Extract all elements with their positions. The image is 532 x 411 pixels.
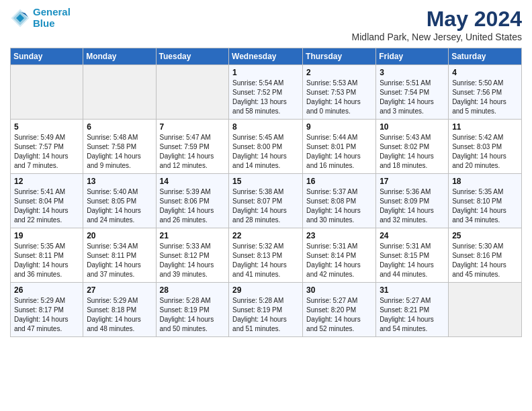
calendar-cell: 19Sunrise: 5:35 AM Sunset: 8:11 PM Dayli… <box>11 228 83 283</box>
day-info: Sunrise: 5:32 AM Sunset: 8:13 PM Dayligh… <box>232 242 299 279</box>
calendar-cell: 9Sunrise: 5:44 AM Sunset: 8:01 PM Daylig… <box>303 120 376 174</box>
day-info: Sunrise: 5:33 AM Sunset: 8:12 PM Dayligh… <box>160 242 226 279</box>
logo-icon <box>10 8 30 28</box>
day-number: 9 <box>306 122 372 132</box>
calendar-cell: 30Sunrise: 5:27 AM Sunset: 8:20 PM Dayli… <box>303 283 376 337</box>
day-info: Sunrise: 5:28 AM Sunset: 8:19 PM Dayligh… <box>160 296 226 334</box>
day-number: 10 <box>380 122 445 132</box>
calendar-cell: 12Sunrise: 5:41 AM Sunset: 8:04 PM Dayli… <box>11 174 83 228</box>
day-number: 3 <box>380 68 445 77</box>
day-number: 19 <box>14 231 79 240</box>
calendar-cell: 15Sunrise: 5:38 AM Sunset: 8:07 PM Dayli… <box>229 174 303 228</box>
day-number: 26 <box>14 285 79 295</box>
day-info: Sunrise: 5:38 AM Sunset: 8:07 PM Dayligh… <box>232 187 299 225</box>
day-number: 25 <box>452 231 518 240</box>
calendar-week-4: 19Sunrise: 5:35 AM Sunset: 8:11 PM Dayli… <box>11 228 522 283</box>
logo-general: General <box>33 6 71 17</box>
day-number: 18 <box>452 177 518 186</box>
day-info: Sunrise: 5:30 AM Sunset: 8:16 PM Dayligh… <box>452 242 518 279</box>
day-info: Sunrise: 5:43 AM Sunset: 8:02 PM Dayligh… <box>380 133 445 171</box>
day-number: 21 <box>160 231 226 240</box>
page: General Blue May 2024 Midland Park, New … <box>0 0 532 344</box>
logo-blue: Blue <box>33 17 55 29</box>
calendar-week-3: 12Sunrise: 5:41 AM Sunset: 8:04 PM Dayli… <box>11 174 522 228</box>
day-number: 29 <box>232 285 299 295</box>
calendar-cell: 4Sunrise: 5:50 AM Sunset: 7:56 PM Daylig… <box>449 65 522 120</box>
calendar-week-5: 26Sunrise: 5:29 AM Sunset: 8:17 PM Dayli… <box>11 283 522 337</box>
calendar-cell <box>83 65 156 120</box>
day-info: Sunrise: 5:36 AM Sunset: 8:09 PM Dayligh… <box>380 187 445 225</box>
calendar-cell <box>156 65 229 120</box>
day-number: 27 <box>87 285 152 295</box>
calendar-cell: 27Sunrise: 5:29 AM Sunset: 8:18 PM Dayli… <box>83 283 156 337</box>
calendar-week-1: 1Sunrise: 5:54 AM Sunset: 7:52 PM Daylig… <box>11 65 522 120</box>
day-info: Sunrise: 5:49 AM Sunset: 7:57 PM Dayligh… <box>14 133 79 171</box>
calendar-cell: 10Sunrise: 5:43 AM Sunset: 8:02 PM Dayli… <box>376 120 449 174</box>
day-number: 16 <box>306 177 372 186</box>
day-info: Sunrise: 5:29 AM Sunset: 8:17 PM Dayligh… <box>14 296 79 334</box>
calendar-cell: 11Sunrise: 5:42 AM Sunset: 8:03 PM Dayli… <box>449 120 522 174</box>
day-number: 30 <box>306 285 372 295</box>
day-number: 4 <box>452 68 518 77</box>
day-info: Sunrise: 5:51 AM Sunset: 7:54 PM Dayligh… <box>380 79 445 116</box>
calendar-cell: 7Sunrise: 5:47 AM Sunset: 7:59 PM Daylig… <box>156 120 229 174</box>
calendar-cell <box>449 283 522 337</box>
day-number: 7 <box>160 122 226 132</box>
calendar-cell: 17Sunrise: 5:36 AM Sunset: 8:09 PM Dayli… <box>376 174 449 228</box>
logo: General Blue <box>10 7 71 29</box>
calendar-cell: 3Sunrise: 5:51 AM Sunset: 7:54 PM Daylig… <box>376 65 449 120</box>
calendar-cell: 29Sunrise: 5:28 AM Sunset: 8:19 PM Dayli… <box>229 283 303 337</box>
day-info: Sunrise: 5:40 AM Sunset: 8:05 PM Dayligh… <box>87 187 152 225</box>
day-info: Sunrise: 5:53 AM Sunset: 7:53 PM Dayligh… <box>306 79 372 116</box>
day-number: 1 <box>232 68 299 77</box>
day-of-week-thursday: Thursday <box>303 48 376 65</box>
calendar-cell: 28Sunrise: 5:28 AM Sunset: 8:19 PM Dayli… <box>156 283 229 337</box>
day-info: Sunrise: 5:48 AM Sunset: 7:58 PM Dayligh… <box>87 133 152 171</box>
main-title: May 2024 <box>352 7 522 32</box>
subtitle: Midland Park, New Jersey, United States <box>352 32 522 42</box>
day-info: Sunrise: 5:42 AM Sunset: 8:03 PM Dayligh… <box>452 133 518 171</box>
calendar-cell: 24Sunrise: 5:31 AM Sunset: 8:15 PM Dayli… <box>376 228 449 283</box>
title-block: May 2024 Midland Park, New Jersey, Unite… <box>352 7 522 42</box>
day-number: 31 <box>380 285 445 295</box>
day-of-week-wednesday: Wednesday <box>229 48 303 65</box>
day-info: Sunrise: 5:35 AM Sunset: 8:10 PM Dayligh… <box>452 187 518 225</box>
calendar-header-row: SundayMondayTuesdayWednesdayThursdayFrid… <box>11 48 522 65</box>
calendar-cell: 23Sunrise: 5:31 AM Sunset: 8:14 PM Dayli… <box>303 228 376 283</box>
calendar-cell: 16Sunrise: 5:37 AM Sunset: 8:08 PM Dayli… <box>303 174 376 228</box>
calendar-cell: 13Sunrise: 5:40 AM Sunset: 8:05 PM Dayli… <box>83 174 156 228</box>
day-number: 5 <box>14 122 79 132</box>
day-info: Sunrise: 5:54 AM Sunset: 7:52 PM Dayligh… <box>232 79 299 116</box>
day-of-week-friday: Friday <box>376 48 449 65</box>
day-number: 17 <box>380 177 445 186</box>
day-number: 20 <box>87 231 152 240</box>
day-info: Sunrise: 5:35 AM Sunset: 8:11 PM Dayligh… <box>14 242 79 279</box>
day-number: 23 <box>306 231 372 240</box>
day-number: 6 <box>87 122 152 132</box>
day-info: Sunrise: 5:44 AM Sunset: 8:01 PM Dayligh… <box>306 133 372 171</box>
day-of-week-sunday: Sunday <box>11 48 83 65</box>
day-info: Sunrise: 5:29 AM Sunset: 8:18 PM Dayligh… <box>87 296 152 334</box>
header: General Blue May 2024 Midland Park, New … <box>10 7 522 42</box>
calendar-cell: 8Sunrise: 5:45 AM Sunset: 8:00 PM Daylig… <box>229 120 303 174</box>
day-number: 2 <box>306 68 372 77</box>
calendar-table: SundayMondayTuesdayWednesdayThursdayFrid… <box>10 48 522 337</box>
calendar-cell: 6Sunrise: 5:48 AM Sunset: 7:58 PM Daylig… <box>83 120 156 174</box>
day-of-week-tuesday: Tuesday <box>156 48 229 65</box>
day-info: Sunrise: 5:41 AM Sunset: 8:04 PM Dayligh… <box>14 187 79 225</box>
calendar-cell: 5Sunrise: 5:49 AM Sunset: 7:57 PM Daylig… <box>11 120 83 174</box>
day-number: 22 <box>232 231 299 240</box>
day-number: 11 <box>452 122 518 132</box>
day-number: 12 <box>14 177 79 186</box>
calendar-cell: 25Sunrise: 5:30 AM Sunset: 8:16 PM Dayli… <box>449 228 522 283</box>
day-info: Sunrise: 5:50 AM Sunset: 7:56 PM Dayligh… <box>452 79 518 116</box>
day-info: Sunrise: 5:34 AM Sunset: 8:11 PM Dayligh… <box>87 242 152 279</box>
calendar-cell: 26Sunrise: 5:29 AM Sunset: 8:17 PM Dayli… <box>11 283 83 337</box>
day-info: Sunrise: 5:28 AM Sunset: 8:19 PM Dayligh… <box>232 296 299 334</box>
day-number: 15 <box>232 177 299 186</box>
day-info: Sunrise: 5:39 AM Sunset: 8:06 PM Dayligh… <box>160 187 226 225</box>
calendar-cell: 21Sunrise: 5:33 AM Sunset: 8:12 PM Dayli… <box>156 228 229 283</box>
day-number: 8 <box>232 122 299 132</box>
day-number: 13 <box>87 177 152 186</box>
day-number: 28 <box>160 285 226 295</box>
